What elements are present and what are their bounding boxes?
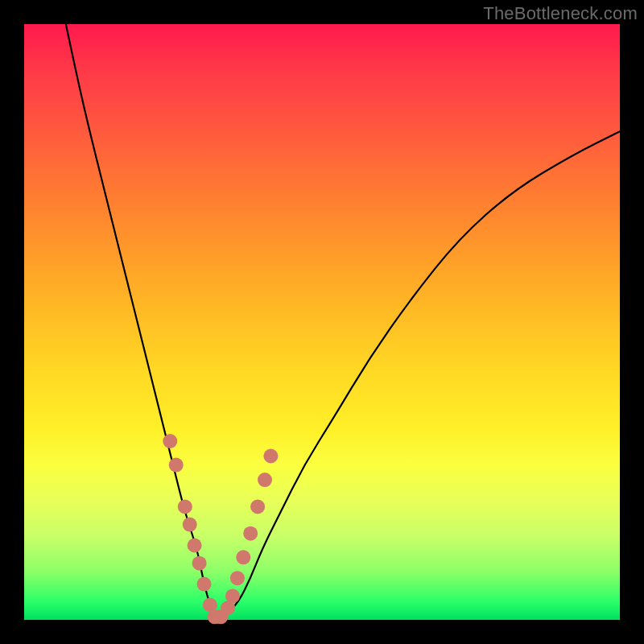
marker-dot <box>225 588 240 603</box>
marker-dot <box>169 458 184 473</box>
chart-svg <box>24 24 620 620</box>
marker-dots-group <box>163 434 278 624</box>
marker-dot <box>230 571 245 585</box>
marker-dot <box>258 473 272 487</box>
marker-dot <box>197 577 212 592</box>
plot-area <box>24 24 620 620</box>
marker-dot <box>188 539 202 553</box>
outer-frame: TheBottleneck.com <box>0 0 644 644</box>
marker-dot <box>236 550 250 564</box>
marker-dot <box>250 499 265 514</box>
bottleneck-curve <box>66 24 620 618</box>
marker-dot <box>243 526 258 541</box>
marker-dot <box>192 556 207 571</box>
marker-dot <box>263 449 278 464</box>
watermark-text: TheBottleneck.com <box>483 3 638 24</box>
marker-dot <box>178 499 192 514</box>
marker-dot <box>163 434 177 448</box>
marker-dot <box>183 518 197 532</box>
